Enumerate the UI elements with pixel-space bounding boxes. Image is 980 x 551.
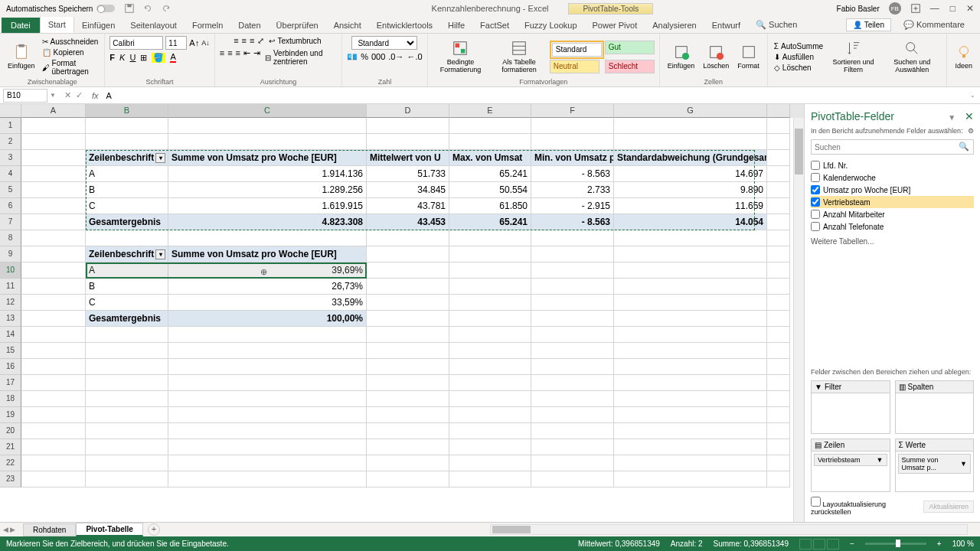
- tab-start[interactable]: Start: [40, 16, 74, 33]
- zoom-out-icon[interactable]: −: [850, 540, 854, 548]
- select-all-corner[interactable]: [0, 104, 21, 118]
- cell[interactable]: Gesamtergebnis: [86, 214, 168, 230]
- cell[interactable]: Gesamtergebnis: [86, 311, 168, 327]
- row-header[interactable]: 1: [0, 118, 21, 134]
- cell[interactable]: - 2.915: [531, 198, 614, 214]
- cell[interactable]: [531, 423, 614, 439]
- defer-checkbox[interactable]: Layoutaktualisierung zurückstellen: [811, 497, 923, 516]
- cell[interactable]: [367, 295, 449, 311]
- tab-fuzzy[interactable]: Fuzzy Lookup: [517, 18, 584, 33]
- cell[interactable]: [21, 455, 86, 471]
- row-header[interactable]: 14: [0, 327, 21, 343]
- cell[interactable]: [531, 455, 614, 471]
- cell[interactable]: [614, 439, 767, 455]
- more-tables-link[interactable]: Weitere Tabellen...: [811, 237, 974, 246]
- cell[interactable]: [86, 439, 168, 455]
- tab-ueberpruefen[interactable]: Überprüfen: [269, 18, 326, 33]
- cell[interactable]: [767, 455, 790, 471]
- cell[interactable]: [614, 391, 767, 407]
- row-header[interactable]: 2: [0, 134, 21, 150]
- cell[interactable]: [21, 279, 86, 295]
- cell[interactable]: [767, 311, 790, 327]
- cell[interactable]: [531, 471, 614, 487]
- tab-powerpivot[interactable]: Power Pivot: [585, 18, 645, 33]
- cell[interactable]: 50.554: [449, 182, 531, 198]
- cell[interactable]: [21, 214, 86, 230]
- cell[interactable]: [21, 327, 86, 343]
- redo-icon[interactable]: [161, 3, 172, 14]
- filter-area[interactable]: ▼Filter: [811, 380, 890, 434]
- clear-button[interactable]: ◇ Löschen: [773, 63, 825, 73]
- cell[interactable]: [367, 423, 449, 439]
- cell[interactable]: - 8.563: [531, 166, 614, 182]
- cell[interactable]: Zeilenbeschrift▾: [86, 246, 168, 262]
- font-name-input[interactable]: [109, 36, 163, 50]
- find-select-button[interactable]: Suchen und Auswählen: [882, 38, 942, 75]
- cell[interactable]: [86, 134, 168, 150]
- col-header-C[interactable]: C: [168, 104, 367, 118]
- cell[interactable]: [449, 279, 531, 295]
- cell[interactable]: [449, 391, 531, 407]
- cell[interactable]: [531, 295, 614, 311]
- tab-einfuegen[interactable]: Einfügen: [74, 18, 122, 33]
- field-item[interactable]: Anzahl Mitarbeiter: [811, 208, 974, 220]
- row-header[interactable]: 11: [0, 279, 21, 295]
- cell[interactable]: [367, 359, 449, 375]
- row-header[interactable]: 9: [0, 246, 21, 262]
- cell[interactable]: [21, 262, 86, 279]
- cell[interactable]: [367, 407, 449, 423]
- cell[interactable]: [614, 471, 767, 487]
- col-header-H[interactable]: [767, 104, 790, 118]
- cell[interactable]: [168, 439, 367, 455]
- paste-button[interactable]: Einfügen: [5, 42, 38, 71]
- border-button[interactable]: ⊞: [140, 53, 147, 63]
- formula-input[interactable]: A: [101, 91, 965, 100]
- insert-cells-button[interactable]: Einfügen: [665, 42, 698, 71]
- cell[interactable]: [767, 150, 790, 166]
- align-bottom-icon[interactable]: ≡: [250, 36, 254, 46]
- row-header[interactable]: 12: [0, 295, 21, 311]
- rows-area-item[interactable]: Vertriebsteam▼: [814, 454, 887, 466]
- search-tab[interactable]: 🔍 Suchen: [748, 17, 805, 33]
- cell[interactable]: [449, 295, 531, 311]
- cell[interactable]: [614, 343, 767, 359]
- cell[interactable]: [449, 407, 531, 423]
- cell[interactable]: - 8.563: [531, 214, 614, 230]
- align-center-icon[interactable]: ≡: [227, 48, 232, 67]
- cell[interactable]: B: [86, 182, 168, 198]
- comma-icon[interactable]: 000: [371, 52, 385, 62]
- tab-formeln[interactable]: Formeln: [185, 18, 230, 33]
- row-header[interactable]: 21: [0, 439, 21, 455]
- row-header[interactable]: 15: [0, 343, 21, 359]
- percent-icon[interactable]: %: [361, 52, 368, 62]
- tab-entwicklertools[interactable]: Entwicklertools: [369, 18, 440, 33]
- fill-color-button[interactable]: 🪣: [152, 53, 165, 63]
- copy-button[interactable]: 📋 Kopieren: [41, 47, 100, 57]
- cell[interactable]: [531, 118, 614, 134]
- cell[interactable]: [767, 279, 790, 295]
- cell[interactable]: [531, 407, 614, 423]
- gear-icon[interactable]: ⚙: [968, 127, 974, 135]
- zoom-in-icon[interactable]: +: [937, 540, 942, 548]
- cell[interactable]: [767, 295, 790, 311]
- cell[interactable]: 43.781: [367, 198, 449, 214]
- decrease-font-icon[interactable]: A↓: [201, 39, 210, 47]
- cell[interactable]: [449, 343, 531, 359]
- cell[interactable]: [767, 327, 790, 343]
- row-header[interactable]: 3: [0, 150, 21, 166]
- row-header[interactable]: 13: [0, 311, 21, 327]
- cell[interactable]: Summe von Umsatz pro Woche [EUR]: [168, 246, 367, 262]
- cell[interactable]: 33,59%: [168, 295, 367, 311]
- cell[interactable]: [767, 166, 790, 182]
- cell[interactable]: [614, 295, 767, 311]
- row-header[interactable]: 22: [0, 455, 21, 471]
- currency-icon[interactable]: 💶: [347, 52, 358, 62]
- enter-formula-icon[interactable]: ✓: [76, 90, 83, 100]
- cell[interactable]: 43.453: [367, 214, 449, 230]
- cell[interactable]: [767, 423, 790, 439]
- cell[interactable]: [449, 118, 531, 134]
- cell[interactable]: [531, 246, 614, 262]
- cell[interactable]: [531, 327, 614, 343]
- file-tab[interactable]: Datei: [2, 18, 40, 33]
- cell[interactable]: [367, 471, 449, 487]
